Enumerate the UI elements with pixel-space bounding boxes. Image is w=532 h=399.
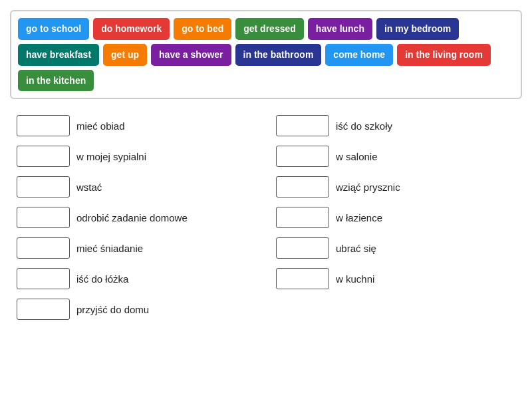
match-row-left-7: przyjść do domu [17,296,256,323]
answer-box-right-6[interactable] [276,268,329,289]
match-label-right-3: wziąć prysznic [336,181,400,194]
match-row-left-1: mieć obiad [17,112,256,139]
answer-box-right-1[interactable] [276,115,329,136]
match-row-right-4: w łazience [276,204,515,231]
tile-have-breakfast[interactable]: have breakfast [18,44,99,66]
tile-in-the-kitchen[interactable]: in the kitchen [18,70,94,92]
answer-box-left-4[interactable] [17,207,70,228]
answer-box-right-2[interactable] [276,146,329,167]
match-label-left-2: w mojej sypialni [76,150,146,164]
match-label-left-4: odrobić zadanie domowe [76,211,188,225]
matching-area: mieć obiadw mojej sypialniwstaćodrobić z… [10,112,522,323]
tile-in-the-living-room[interactable]: in the living room [397,44,491,66]
tile-in-my-bedroom[interactable]: in my bedroom [376,18,459,40]
answer-box-left-6[interactable] [17,268,70,289]
match-row-right-6: w kuchni [276,265,515,292]
match-label-right-6: w kuchni [336,273,374,286]
match-label-left-6: iść do łóżka [76,273,128,286]
match-label-left-3: wstać [76,181,102,194]
answer-box-right-3[interactable] [276,176,329,198]
answer-box-left-5[interactable] [17,237,70,259]
match-label-left-7: przyjść do domu [76,303,149,317]
tile-go-to-bed[interactable]: go to bed [174,18,231,40]
answer-box-left-1[interactable] [17,115,70,136]
match-row-right-5: ubrać się [276,235,515,261]
tile-in-the-bathroom[interactable]: in the bathroom [235,44,322,66]
tile-get-dressed[interactable]: get dressed [235,18,304,40]
answer-box-left-7[interactable] [17,299,70,320]
match-label-right-2: w salonie [336,150,378,164]
tile-do-homework[interactable]: do homework [93,18,170,40]
tile-have-lunch[interactable]: have lunch [308,18,372,40]
answer-box-right-4[interactable] [276,207,329,228]
match-label-left-1: mieć obiad [76,120,125,133]
match-row-left-6: iść do łóżka [17,265,256,292]
tile-get-up[interactable]: get up [103,44,147,66]
match-row-right-3: wziąć prysznic [276,174,515,200]
left-column: mieć obiadw mojej sypialniwstaćodrobić z… [17,112,256,323]
match-label-right-5: ubrać się [336,242,376,255]
word-bank: go to schooldo homeworkgo to bedget dres… [10,10,522,99]
answer-box-right-5[interactable] [276,237,329,259]
answer-box-left-2[interactable] [17,146,70,167]
tile-have-a-shower[interactable]: have a shower [151,44,231,66]
answer-box-left-3[interactable] [17,176,70,198]
match-row-left-5: mieć śniadanie [17,235,256,261]
right-column: iść do szkoływ saloniewziąć prysznicw ła… [276,112,515,323]
match-label-right-1: iść do szkoły [336,120,392,133]
match-label-left-5: mieć śniadanie [76,242,143,255]
match-row-right-1: iść do szkoły [276,112,515,139]
tile-come-home[interactable]: come home [325,44,393,66]
match-row-right-2: w salonie [276,143,515,170]
match-row-left-3: wstać [17,174,256,200]
match-label-right-4: w łazience [336,211,382,225]
match-row-left-2: w mojej sypialni [17,143,256,170]
tile-go-to-school[interactable]: go to school [18,18,89,40]
match-row-left-4: odrobić zadanie domowe [17,204,256,231]
